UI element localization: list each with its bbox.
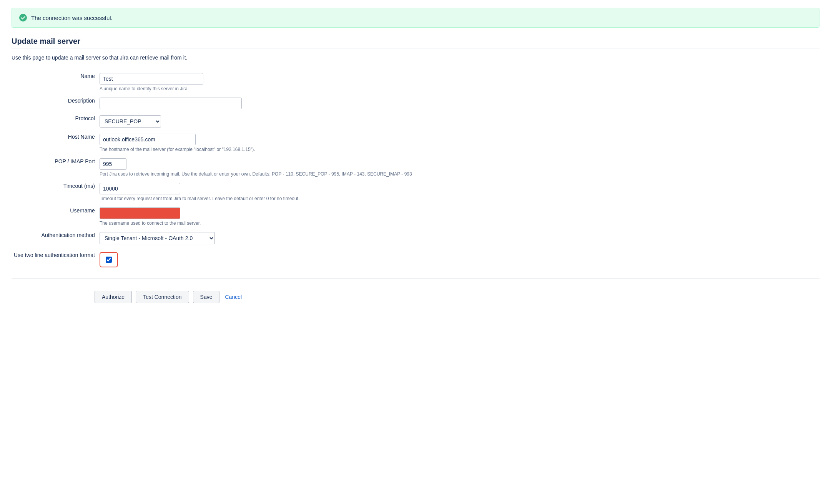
form-divider — [12, 278, 819, 279]
test-connection-button[interactable]: Test Connection — [136, 291, 189, 303]
username-input[interactable] — [100, 207, 180, 219]
timeout-input[interactable] — [100, 183, 180, 194]
save-button[interactable]: Save — [193, 291, 220, 303]
port-label: POP / IMAP Port — [12, 155, 97, 180]
protocol-select[interactable]: POP SECURE_POP IMAP SECURE_IMAP — [100, 115, 161, 128]
timeout-field-cell: Timeout for every request sent from Jira… — [97, 180, 819, 204]
username-row: Username The username used to connect to… — [12, 204, 819, 229]
port-row: POP / IMAP Port Port Jira uses to retrie… — [12, 155, 819, 180]
page-divider — [12, 48, 819, 48]
port-field-cell: Port Jira uses to retrieve incoming mail… — [97, 155, 819, 180]
protocol-row: Protocol POP SECURE_POP IMAP SECURE_IMAP — [12, 112, 819, 131]
description-row: Description — [12, 94, 819, 112]
auth-method-row: Authentication method Single Tenant - Mi… — [12, 229, 819, 247]
cancel-button[interactable]: Cancel — [223, 291, 243, 303]
hostname-label: Host Name — [12, 131, 97, 155]
port-input[interactable] — [100, 158, 126, 170]
auth-method-label: Authentication method — [12, 229, 97, 247]
authorize-button[interactable]: Authorize — [95, 291, 132, 303]
name-label: Name — [12, 70, 97, 94]
page-title: Update mail server — [12, 37, 819, 46]
timeout-label: Timeout (ms) — [12, 180, 97, 204]
two-line-auth-checkbox[interactable] — [106, 257, 112, 263]
name-row: Name A unique name to identify this serv… — [12, 70, 819, 94]
name-field-cell: A unique name to identify this server in… — [97, 70, 819, 94]
form-table: Name A unique name to identify this serv… — [12, 70, 819, 272]
timeout-hint: Timeout for every request sent from Jira… — [100, 196, 817, 201]
name-hint: A unique name to identify this server in… — [100, 86, 817, 91]
success-icon — [19, 13, 27, 22]
port-hint: Port Jira uses to retrieve incoming mail… — [100, 171, 445, 177]
name-input[interactable] — [100, 73, 203, 85]
username-field-cell: The username used to connect to the mail… — [97, 204, 819, 229]
hostname-input[interactable] — [100, 134, 196, 145]
description-label: Description — [12, 94, 97, 112]
username-hint: The username used to connect to the mail… — [100, 220, 817, 226]
two-line-auth-highlight — [100, 252, 118, 267]
protocol-label: Protocol — [12, 112, 97, 131]
actions-row: Authorize Test Connection Save Cancel — [12, 285, 819, 309]
success-text: The connection was successful. — [31, 15, 113, 21]
page-description: Use this page to update a mail server so… — [12, 55, 819, 61]
protocol-field-cell: POP SECURE_POP IMAP SECURE_IMAP — [97, 112, 819, 131]
svg-point-0 — [19, 14, 27, 22]
auth-method-select[interactable]: Single Tenant - Microsoft - OAuth 2.0 Ba… — [100, 232, 215, 244]
auth-method-field-cell: Single Tenant - Microsoft - OAuth 2.0 Ba… — [97, 229, 819, 247]
hostname-hint: The hostname of the mail server (for exa… — [100, 147, 817, 152]
two-line-auth-row: Use two line authentication format — [12, 247, 819, 272]
success-banner: The connection was successful. — [12, 8, 819, 28]
description-field-cell — [97, 94, 819, 112]
two-line-auth-label: Use two line authentication format — [12, 247, 97, 272]
hostname-field-cell: The hostname of the mail server (for exa… — [97, 131, 819, 155]
timeout-row: Timeout (ms) Timeout for every request s… — [12, 180, 819, 204]
two-line-auth-field-cell — [97, 247, 819, 272]
username-label: Username — [12, 204, 97, 229]
hostname-row: Host Name The hostname of the mail serve… — [12, 131, 819, 155]
description-input[interactable] — [100, 98, 242, 109]
